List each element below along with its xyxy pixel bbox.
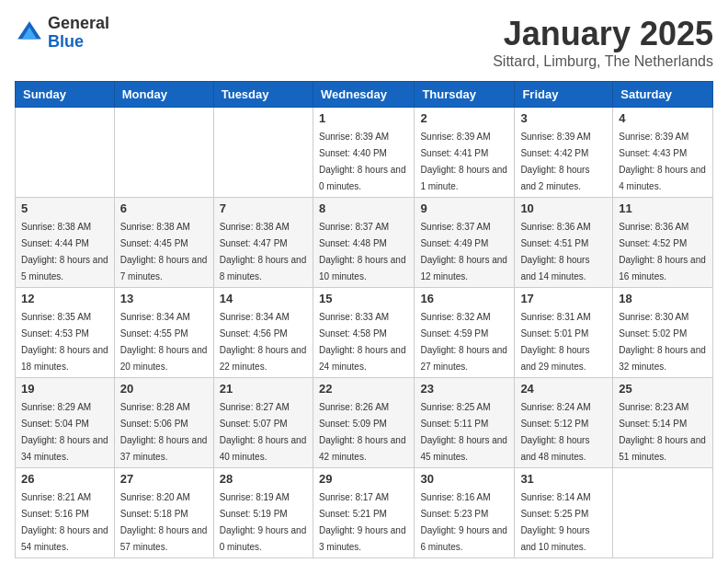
calendar-cell: 2Sunrise: 8:39 AM Sunset: 4:41 PM Daylig… — [415, 108, 515, 198]
calendar-cell: 7Sunrise: 8:38 AM Sunset: 4:47 PM Daylig… — [213, 198, 313, 288]
calendar-cell: 22Sunrise: 8:26 AM Sunset: 5:09 PM Dayli… — [313, 378, 414, 468]
day-number: 30 — [420, 472, 508, 486]
day-info: Sunrise: 8:39 AM Sunset: 4:40 PM Dayligh… — [319, 132, 406, 191]
calendar-cell: 27Sunrise: 8:20 AM Sunset: 5:18 PM Dayli… — [114, 468, 213, 558]
day-info: Sunrise: 8:37 AM Sunset: 4:49 PM Dayligh… — [420, 222, 507, 282]
day-info: Sunrise: 8:29 AM Sunset: 5:04 PM Dayligh… — [21, 402, 108, 462]
week-row-3: 12Sunrise: 8:35 AM Sunset: 4:53 PM Dayli… — [16, 288, 713, 378]
calendar-cell: 10Sunrise: 8:36 AM Sunset: 4:51 PM Dayli… — [515, 198, 613, 288]
day-info: Sunrise: 8:31 AM Sunset: 5:01 PM Dayligh… — [520, 312, 590, 372]
day-header-tuesday: Tuesday — [213, 82, 313, 108]
calendar-cell: 30Sunrise: 8:16 AM Sunset: 5:23 PM Dayli… — [415, 468, 515, 558]
day-header-wednesday: Wednesday — [313, 82, 414, 108]
day-info: Sunrise: 8:24 AM Sunset: 5:12 PM Dayligh… — [520, 402, 590, 462]
calendar-title: January 2025 — [493, 15, 713, 53]
day-info: Sunrise: 8:17 AM Sunset: 5:21 PM Dayligh… — [319, 492, 406, 552]
day-number: 31 — [520, 472, 607, 486]
calendar-cell: 9Sunrise: 8:37 AM Sunset: 4:49 PM Daylig… — [415, 198, 515, 288]
day-number: 12 — [21, 292, 108, 305]
day-number: 24 — [520, 382, 607, 396]
calendar-cell — [114, 108, 213, 198]
day-info: Sunrise: 8:16 AM Sunset: 5:23 PM Dayligh… — [420, 492, 507, 552]
calendar-cell: 1Sunrise: 8:39 AM Sunset: 4:40 PM Daylig… — [313, 108, 414, 198]
calendar-cell: 3Sunrise: 8:39 AM Sunset: 4:42 PM Daylig… — [515, 108, 613, 198]
day-header-sunday: Sunday — [16, 82, 115, 108]
calendar-cell: 12Sunrise: 8:35 AM Sunset: 4:53 PM Dayli… — [16, 288, 115, 378]
logo-icon — [15, 18, 44, 48]
calendar-cell: 19Sunrise: 8:29 AM Sunset: 5:04 PM Dayli… — [16, 378, 115, 468]
calendar-cell: 24Sunrise: 8:24 AM Sunset: 5:12 PM Dayli… — [515, 378, 613, 468]
day-number: 5 — [21, 201, 108, 215]
logo-blue-text: Blue — [48, 33, 109, 52]
day-number: 10 — [520, 201, 607, 215]
day-number: 6 — [120, 201, 208, 215]
day-number: 2 — [420, 111, 508, 125]
day-info: Sunrise: 8:30 AM Sunset: 5:02 PM Dayligh… — [619, 312, 706, 372]
day-header-thursday: Thursday — [415, 82, 515, 108]
day-info: Sunrise: 8:38 AM Sunset: 4:45 PM Dayligh… — [120, 222, 208, 282]
day-number: 16 — [420, 292, 508, 305]
calendar-table: SundayMondayTuesdayWednesdayThursdayFrid… — [15, 81, 713, 558]
day-number: 8 — [319, 201, 408, 215]
logo: General Blue — [15, 15, 109, 52]
day-number: 15 — [319, 292, 408, 305]
calendar-cell: 15Sunrise: 8:33 AM Sunset: 4:58 PM Dayli… — [313, 288, 414, 378]
day-number: 21 — [220, 382, 307, 396]
day-info: Sunrise: 8:38 AM Sunset: 4:47 PM Dayligh… — [220, 222, 307, 282]
day-number: 22 — [319, 382, 408, 396]
day-info: Sunrise: 8:26 AM Sunset: 5:09 PM Dayligh… — [319, 402, 406, 462]
days-header-row: SundayMondayTuesdayWednesdayThursdayFrid… — [16, 82, 713, 108]
calendar-cell: 28Sunrise: 8:19 AM Sunset: 5:19 PM Dayli… — [213, 468, 313, 558]
calendar-cell: 26Sunrise: 8:21 AM Sunset: 5:16 PM Dayli… — [16, 468, 115, 558]
day-info: Sunrise: 8:14 AM Sunset: 5:25 PM Dayligh… — [520, 492, 590, 552]
calendar-cell: 31Sunrise: 8:14 AM Sunset: 5:25 PM Dayli… — [515, 468, 613, 558]
calendar-cell: 8Sunrise: 8:37 AM Sunset: 4:48 PM Daylig… — [313, 198, 414, 288]
day-info: Sunrise: 8:19 AM Sunset: 5:19 PM Dayligh… — [220, 492, 307, 552]
calendar-cell: 11Sunrise: 8:36 AM Sunset: 4:52 PM Dayli… — [613, 198, 713, 288]
week-row-2: 5Sunrise: 8:38 AM Sunset: 4:44 PM Daylig… — [16, 198, 713, 288]
calendar-cell: 23Sunrise: 8:25 AM Sunset: 5:11 PM Dayli… — [415, 378, 515, 468]
day-info: Sunrise: 8:37 AM Sunset: 4:48 PM Dayligh… — [319, 222, 406, 282]
day-info: Sunrise: 8:35 AM Sunset: 4:53 PM Dayligh… — [21, 312, 108, 372]
calendar-cell: 29Sunrise: 8:17 AM Sunset: 5:21 PM Dayli… — [313, 468, 414, 558]
day-info: Sunrise: 8:28 AM Sunset: 5:06 PM Dayligh… — [120, 402, 208, 462]
day-info: Sunrise: 8:33 AM Sunset: 4:58 PM Dayligh… — [319, 312, 406, 372]
day-info: Sunrise: 8:34 AM Sunset: 4:55 PM Dayligh… — [120, 312, 208, 372]
calendar-cell: 5Sunrise: 8:38 AM Sunset: 4:44 PM Daylig… — [16, 198, 115, 288]
day-info: Sunrise: 8:39 AM Sunset: 4:41 PM Dayligh… — [420, 132, 507, 191]
day-number: 20 — [120, 382, 208, 396]
calendar-cell: 21Sunrise: 8:27 AM Sunset: 5:07 PM Dayli… — [213, 378, 313, 468]
day-header-friday: Friday — [515, 82, 613, 108]
day-number: 18 — [619, 292, 707, 305]
day-info: Sunrise: 8:39 AM Sunset: 4:42 PM Dayligh… — [520, 132, 590, 191]
calendar-cell: 25Sunrise: 8:23 AM Sunset: 5:14 PM Dayli… — [613, 378, 713, 468]
day-number: 13 — [120, 292, 208, 305]
day-number: 19 — [21, 382, 108, 396]
day-header-monday: Monday — [114, 82, 213, 108]
day-number: 3 — [520, 111, 607, 125]
day-number: 27 — [120, 472, 208, 486]
day-number: 28 — [220, 472, 307, 486]
week-row-1: 1Sunrise: 8:39 AM Sunset: 4:40 PM Daylig… — [16, 108, 713, 198]
calendar-cell — [16, 108, 115, 198]
logo-general-text: General — [48, 15, 109, 33]
day-info: Sunrise: 8:23 AM Sunset: 5:14 PM Dayligh… — [619, 402, 706, 462]
day-number: 25 — [619, 382, 707, 396]
day-number: 7 — [220, 201, 307, 215]
calendar-cell: 4Sunrise: 8:39 AM Sunset: 4:43 PM Daylig… — [613, 108, 713, 198]
page-header: General Blue January 2025 Sittard, Limbu… — [15, 15, 713, 70]
calendar-cell: 20Sunrise: 8:28 AM Sunset: 5:06 PM Dayli… — [114, 378, 213, 468]
week-row-4: 19Sunrise: 8:29 AM Sunset: 5:04 PM Dayli… — [16, 378, 713, 468]
day-number: 23 — [420, 382, 508, 396]
day-info: Sunrise: 8:34 AM Sunset: 4:56 PM Dayligh… — [220, 312, 307, 372]
day-info: Sunrise: 8:25 AM Sunset: 5:11 PM Dayligh… — [420, 402, 507, 462]
day-number: 14 — [220, 292, 307, 305]
calendar-cell: 16Sunrise: 8:32 AM Sunset: 4:59 PM Dayli… — [415, 288, 515, 378]
day-header-saturday: Saturday — [613, 82, 713, 108]
calendar-cell: 6Sunrise: 8:38 AM Sunset: 4:45 PM Daylig… — [114, 198, 213, 288]
day-info: Sunrise: 8:27 AM Sunset: 5:07 PM Dayligh… — [220, 402, 307, 462]
day-number: 9 — [420, 201, 508, 215]
calendar-cell — [213, 108, 313, 198]
day-number: 26 — [21, 472, 108, 486]
day-info: Sunrise: 8:36 AM Sunset: 4:52 PM Dayligh… — [619, 222, 706, 282]
